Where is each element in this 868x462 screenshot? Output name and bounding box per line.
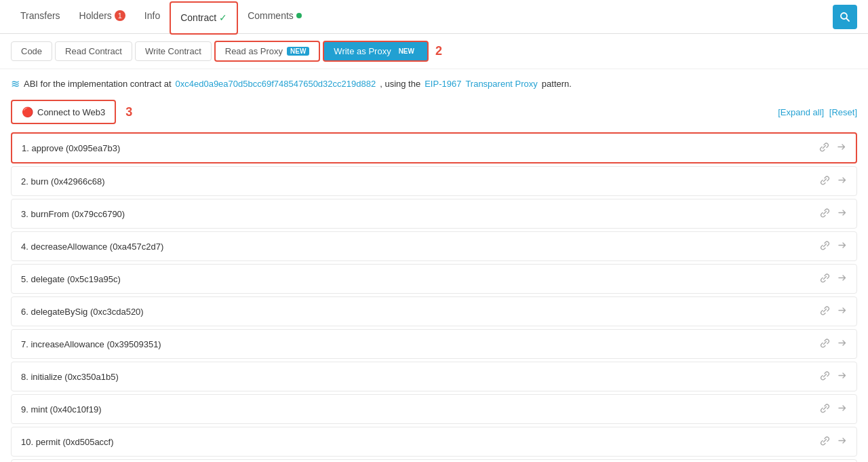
sub-tab-write-as-proxy-label: Write as Proxy [334, 46, 391, 56]
expand-all-link[interactable]: [Expand all] [778, 107, 824, 117]
function-actions [820, 208, 847, 220]
sub-tab-write-contract-label: Write Contract [145, 46, 201, 56]
function-row[interactable]: 2. burn (0x42966c68) [11, 166, 857, 196]
reset-link[interactable]: [Reset] [829, 107, 857, 117]
connect-button-label: Connect to Web3 [37, 107, 105, 117]
contract-address-link[interactable]: 0xc4ed0a9ea70d5bcc69f748547650d32cc219d8… [176, 79, 376, 89]
tab-holders-label: Holders [79, 10, 112, 21]
write-as-proxy-new-badge: NEW [395, 47, 418, 56]
transparent-proxy-link[interactable]: Transparent Proxy [465, 79, 537, 89]
search-button[interactable] [833, 5, 857, 29]
function-actions [820, 240, 847, 252]
function-name: 7. increaseAllowance (0x39509351) [21, 339, 161, 349]
function-row[interactable]: 3. burnFrom (0x79cc6790) [11, 199, 857, 229]
link-icon[interactable] [820, 175, 830, 187]
function-name: 3. burnFrom (0x79cc6790) [21, 209, 125, 219]
sub-tab-write-as-proxy[interactable]: Write as Proxy NEW [323, 41, 429, 62]
function-row[interactable]: 4. decreaseAllowance (0xa457c2d7) [11, 231, 857, 261]
expand-reset-controls: [Expand all] [Reset] [778, 107, 857, 117]
function-row[interactable]: 5. delegate (0x5c19a95c) [11, 264, 857, 294]
function-row[interactable]: 1. approve (0x095ea7b3) [11, 132, 857, 163]
arrow-right-icon[interactable] [836, 142, 846, 154]
function-name: 10. permit (0xd505accf) [21, 437, 114, 447]
function-name: 8. initialize (0xc350a1b5) [21, 372, 119, 382]
function-name: 6. delegateBySig (0xc3cda520) [21, 307, 144, 317]
function-name: 4. decreaseAllowance (0xa457c2d7) [21, 242, 163, 252]
sub-tab-read-as-proxy-label: Read as Proxy [225, 46, 283, 56]
function-actions [820, 403, 847, 415]
link-icon[interactable] [820, 273, 830, 285]
search-icon [840, 12, 850, 22]
sub-navigation: Code Read Contract Write Contract Read a… [0, 34, 868, 69]
arrow-right-icon[interactable] [837, 436, 847, 448]
function-actions [820, 273, 847, 285]
arrow-right-icon[interactable] [837, 338, 847, 350]
tab-comments-label: Comments [248, 10, 294, 21]
arrow-right-icon[interactable] [837, 240, 847, 252]
sub-tab-write-contract[interactable]: Write Contract [135, 41, 212, 61]
function-row[interactable]: 7. increaseAllowance (0x39509351) [11, 329, 857, 359]
sub-tab-read-as-proxy[interactable]: Read as Proxy NEW [214, 41, 321, 62]
holders-badge: 1 [115, 10, 125, 21]
function-row[interactable]: 6. delegateBySig (0xc3cda520) [11, 296, 857, 326]
function-list: 1. approve (0x095ea7b3)2. burn (0x42966c… [11, 132, 857, 462]
sub-tab-read-contract-label: Read Contract [65, 46, 122, 56]
comments-dot-icon [296, 13, 302, 18]
tab-info-label: Info [144, 10, 160, 21]
top-navigation: Transfers Holders 1 Info Contract ✓ Comm… [0, 0, 868, 34]
function-name: 2. burn (0x42966c68) [21, 176, 105, 187]
link-icon[interactable] [820, 403, 830, 415]
function-row[interactable]: 11. renounceOwnership (0x715018a6) [11, 459, 857, 462]
contract-check-icon: ✓ [219, 12, 227, 23]
abi-text4: pattern. [542, 79, 572, 89]
annotation-2: 2 [435, 44, 442, 58]
arrow-right-icon[interactable] [837, 273, 847, 285]
link-icon[interactable] [819, 142, 829, 154]
connect-to-web3-button[interactable]: 🔴 Connect to Web3 [11, 100, 116, 124]
tab-contract[interactable]: Contract ✓ [170, 1, 238, 35]
arrow-right-icon[interactable] [837, 208, 847, 220]
tab-transfers[interactable]: Transfers [11, 0, 70, 33]
arrow-right-icon[interactable] [837, 175, 847, 187]
sub-tab-code[interactable]: Code [11, 41, 52, 61]
annotation-3: 3 [125, 105, 132, 119]
actions-row: 🔴 Connect to Web3 3 [Expand all] [Reset] [11, 100, 857, 124]
function-row[interactable]: 9. mint (0x40c10f19) [11, 394, 857, 424]
read-as-proxy-new-badge: NEW [287, 47, 309, 56]
sub-tab-code-label: Code [21, 46, 42, 56]
link-icon[interactable] [820, 338, 830, 350]
function-name: 9. mint (0x40c10f19) [21, 404, 102, 415]
eip-link[interactable]: EIP-1967 [425, 79, 461, 89]
tab-info[interactable]: Info [135, 0, 170, 33]
tab-holders[interactable]: Holders 1 [70, 0, 135, 33]
tab-comments[interactable]: Comments [238, 0, 311, 33]
tab-contract-label: Contract [180, 12, 216, 23]
arrow-right-icon[interactable] [837, 305, 847, 317]
abi-text2: , using the [380, 79, 420, 89]
function-actions [820, 175, 847, 187]
function-actions [820, 436, 847, 448]
abi-text1: ABI for the implementation contract at [24, 79, 172, 89]
abi-info-bar: ≋ ABI for the implementation contract at… [11, 77, 857, 90]
arrow-right-icon[interactable] [837, 403, 847, 415]
link-icon[interactable] [820, 240, 830, 252]
function-name: 1. approve (0x095ea7b3) [22, 143, 120, 153]
svg-line-1 [847, 18, 850, 21]
link-icon[interactable] [820, 370, 830, 383]
link-icon[interactable] [820, 305, 830, 317]
layers-icon: ≋ [11, 77, 20, 90]
function-actions [820, 370, 847, 383]
link-icon[interactable] [820, 436, 830, 448]
function-actions [820, 305, 847, 317]
function-row[interactable]: 8. initialize (0xc350a1b5) [11, 362, 857, 391]
function-actions [819, 142, 846, 154]
sub-tab-read-contract[interactable]: Read Contract [55, 41, 132, 61]
function-actions [820, 338, 847, 350]
link-icon[interactable] [820, 208, 830, 220]
arrow-right-icon[interactable] [837, 370, 847, 383]
tab-transfers-label: Transfers [20, 10, 60, 21]
wallet-icon: 🔴 [22, 107, 33, 117]
main-content: ≋ ABI for the implementation contract at… [0, 69, 868, 462]
svg-point-0 [841, 13, 847, 19]
function-row[interactable]: 10. permit (0xd505accf) [11, 427, 857, 457]
